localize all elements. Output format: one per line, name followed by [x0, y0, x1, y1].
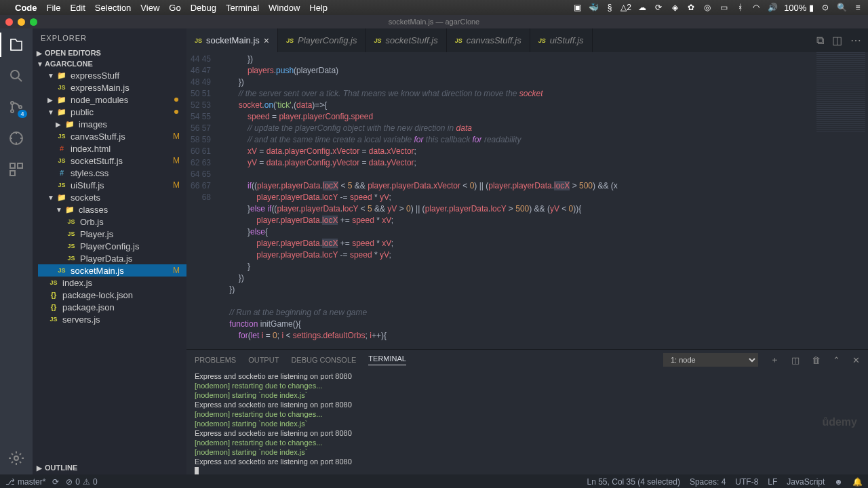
eol[interactable]: LF [768, 477, 777, 487]
close-tab-icon[interactable]: × [264, 35, 269, 46]
slack-icon[interactable]: § [605, 3, 614, 12]
problems-status[interactable]: ⊘ 0 ⚠ 0 [66, 477, 97, 487]
dropbox-icon[interactable]: ◈ [670, 3, 679, 12]
panel-tab-terminal[interactable]: TERMINAL [368, 354, 406, 365]
menu-window[interactable]: Window [269, 3, 300, 13]
svg-point-1 [11, 102, 14, 104]
code-content[interactable]: }) players.push(playerData) }) // the se… [220, 52, 814, 349]
search-icon[interactable] [7, 66, 26, 85]
file-styles-css[interactable]: #styles.css [38, 167, 186, 179]
encoding[interactable]: UTF-8 [735, 477, 758, 487]
display-icon[interactable]: ▭ [719, 3, 728, 12]
file-index-js[interactable]: JSindex.js [38, 277, 186, 289]
svg-point-0 [11, 70, 19, 79]
folder-node-modules[interactable]: ▶📁node_modules [38, 94, 186, 106]
sync-button[interactable]: ⟳ [52, 477, 59, 487]
terminal-select[interactable]: 1: node [663, 353, 758, 367]
volume-icon[interactable]: 🔊 [768, 3, 777, 12]
sync-icon[interactable]: ⟳ [654, 3, 663, 12]
settings-gear-icon[interactable] [7, 449, 26, 468]
debug-icon[interactable] [7, 129, 26, 148]
menu-help[interactable]: Help [309, 3, 328, 13]
language-mode[interactable]: JavaScript [787, 477, 825, 487]
file-player[interactable]: JSPlayer.js [38, 228, 186, 240]
clock-icon[interactable]: ⊙ [821, 3, 830, 12]
battery-indicator[interactable]: 100% ▮ [784, 3, 814, 13]
file-orb[interactable]: JSOrb.js [38, 216, 186, 228]
file-socketMain[interactable]: JSsocketMain.jsM [38, 264, 186, 277]
folder-classes[interactable]: ▼📁classes [38, 203, 186, 216]
panel-tab-problems[interactable]: PROBLEMS [195, 356, 236, 364]
close-panel-icon[interactable]: ✕ [852, 355, 860, 365]
menu-go[interactable]: Go [169, 3, 180, 13]
tab-uiStuff[interactable]: JSuiStuff.js [530, 28, 593, 52]
app-name[interactable]: Code [15, 3, 37, 13]
siri-icon[interactable]: ≡ [853, 3, 863, 12]
folder-public[interactable]: ▼📁public [38, 106, 186, 118]
menu-selection[interactable]: Selection [95, 3, 131, 13]
file-playerData[interactable]: JSPlayerData.js [38, 252, 186, 264]
open-editors-section[interactable]: ▶OPEN EDITORS [33, 47, 186, 58]
menu-debug[interactable]: Debug [191, 3, 216, 13]
wifi-icon[interactable]: ◠ [751, 3, 761, 12]
file-servers[interactable]: JSservers.js [38, 313, 186, 325]
file-package-json[interactable]: {}package.json [38, 301, 186, 313]
menu-edit[interactable]: Edit [70, 3, 85, 13]
panel-tab-output[interactable]: OUTPUT [248, 356, 279, 364]
docker-icon[interactable]: 🐳 [589, 3, 598, 12]
file-index-html[interactable]: #index.html [38, 142, 186, 155]
more-icon[interactable]: ⋯ [850, 34, 861, 47]
tab-canvasStuff[interactable]: JScanvasStuff.js [447, 28, 530, 52]
source-control-icon[interactable]: 4 [7, 98, 26, 117]
tray-icon[interactable]: ▣ [572, 3, 582, 12]
menu-view[interactable]: View [140, 3, 159, 13]
folder-expressStuff[interactable]: ▼📁expressStuff [38, 69, 186, 81]
explorer-icon[interactable] [7, 35, 26, 54]
minimap[interactable] [814, 52, 868, 349]
maximize-panel-icon[interactable]: ⌃ [833, 355, 840, 365]
terminal-output[interactable]: Express and socketio are listening on po… [186, 370, 868, 474]
menu-terminal[interactable]: Terminal [226, 3, 259, 13]
cursor-position[interactable]: Ln 55, Col 35 (4 selected) [587, 477, 680, 487]
split-terminal-icon[interactable]: ◫ [791, 355, 800, 365]
outline-section[interactable]: ▶OUTLINE [33, 462, 186, 473]
code-editor[interactable]: 44 45 46 47 48 49 50 51 52 53 54 55 56 5… [186, 52, 814, 349]
file-uiStuff[interactable]: JSuiStuff.jsM [38, 179, 186, 191]
folder-images[interactable]: ▶📁images [38, 118, 186, 130]
svg-rect-5 [10, 163, 15, 168]
file-canvasStuff[interactable]: JScanvasStuff.jsM [38, 130, 186, 142]
split-editor-icon[interactable]: ◫ [832, 34, 842, 47]
bluetooth-icon[interactable]: ᚼ [735, 3, 745, 12]
notification-icon[interactable]: △2 [621, 3, 631, 12]
compare-icon[interactable]: ⧉ [816, 35, 824, 47]
editor-area: JSsocketMain.js× JSPlayerConfig.js JSsoc… [186, 28, 868, 474]
close-window-button[interactable] [5, 18, 13, 26]
new-terminal-icon[interactable]: ＋ [770, 354, 779, 366]
tray-icon-3[interactable]: ◎ [703, 3, 712, 12]
file-expressMain[interactable]: JSexpressMain.js [38, 81, 186, 94]
tab-socketStuff[interactable]: JSsocketStuff.js [366, 28, 446, 52]
spotlight-icon[interactable]: 🔍 [837, 3, 846, 12]
notifications-icon[interactable]: 🔔 [852, 477, 863, 487]
cloud-icon[interactable]: ☁ [637, 3, 647, 12]
menu-file[interactable]: File [47, 3, 61, 13]
tray-icon-2[interactable]: ✿ [686, 3, 696, 12]
minimize-window-button[interactable] [18, 18, 25, 26]
folder-sockets[interactable]: ▼📁sockets [38, 191, 186, 203]
git-branch[interactable]: ⎇ master* [5, 477, 45, 487]
kill-terminal-icon[interactable]: 🗑 [812, 355, 821, 365]
tab-socketMain[interactable]: JSsocketMain.js× [186, 28, 278, 52]
file-package-lock[interactable]: {}package-lock.json [38, 289, 186, 301]
file-playerConfig[interactable]: JSPlayerConfig.js [38, 240, 186, 252]
extensions-icon[interactable] [7, 160, 26, 179]
window-titlebar: socketMain.js — agarClone [0, 15, 868, 28]
indentation[interactable]: Spaces: 4 [690, 477, 726, 487]
feedback-icon[interactable]: ☻ [834, 477, 843, 487]
panel-tab-debug[interactable]: DEBUG CONSOLE [291, 356, 356, 364]
scm-badge: 4 [18, 110, 27, 118]
project-section[interactable]: ▼AGARCLONE [33, 58, 186, 69]
svg-point-2 [11, 110, 14, 113]
file-socketStuff[interactable]: JSsocketStuff.jsM [38, 155, 186, 167]
tab-playerConfig[interactable]: JSPlayerConfig.js [278, 28, 366, 52]
maximize-window-button[interactable] [30, 18, 37, 26]
